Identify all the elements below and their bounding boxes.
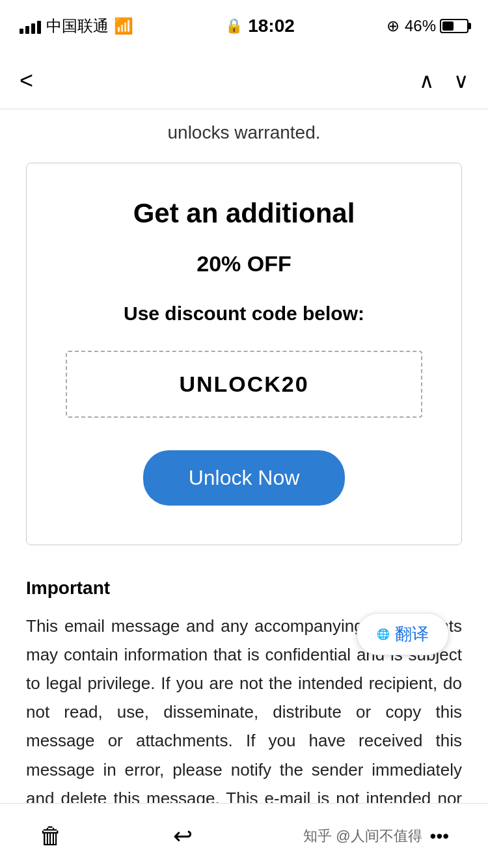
bottom-bar: 🗑 ↩ 知乎 @人间不值得 ••• (0, 803, 488, 868)
translate-label: 翻译 (395, 623, 429, 645)
status-left: 中国联通 📶 (20, 16, 133, 36)
location-icon: ⊕ (386, 17, 400, 35)
signal-icon (20, 18, 41, 34)
status-time: 18:02 (248, 16, 295, 36)
card-subtitle: Use discount code below: (66, 303, 422, 325)
promo-card: Get an additional 20% OFF Use discount c… (26, 163, 462, 545)
translate-bubble[interactable]: 🌐 翻译 (357, 613, 449, 655)
battery-percent: 46% (405, 17, 436, 35)
wifi-icon: 📶 (114, 17, 133, 35)
lock-icon: 🔒 (225, 18, 243, 34)
reply-button[interactable]: ↩ (173, 822, 193, 850)
nav-bar: < ∧ ∨ (0, 52, 488, 109)
status-bar: 中国联通 📶 🔒 18:02 ⊕ 46% (0, 0, 488, 52)
battery-fill (442, 21, 454, 31)
discount-code-box: UNLOCK20 (66, 351, 422, 418)
battery-icon (440, 19, 468, 33)
more-button[interactable]: ••• (430, 826, 449, 847)
bottom-center-icons: ↩ (173, 822, 193, 850)
status-right: ⊕ 46% (386, 17, 468, 35)
content-area: unlocks warranted. Get an additional 20%… (0, 109, 488, 545)
translate-icon: 🌐 (377, 628, 390, 640)
zhihu-label: 知乎 @人间不值得 (303, 826, 422, 846)
bottom-right-group: 知乎 @人间不值得 ••• (303, 826, 449, 847)
carrier-name: 中国联通 (46, 16, 109, 36)
unlock-now-button[interactable]: Unlock Now (143, 450, 346, 506)
battery-container: 46% (405, 17, 468, 35)
status-time-group: 🔒 18:02 (225, 16, 295, 36)
nav-right-icons: ∧ ∨ (419, 68, 468, 93)
back-button[interactable]: < (20, 67, 33, 94)
nav-up-button[interactable]: ∧ (419, 68, 434, 93)
discount-code: UNLOCK20 (179, 372, 308, 396)
important-title: Important (26, 578, 462, 599)
above-card-text: unlocks warranted. (26, 122, 462, 143)
nav-down-button[interactable]: ∨ (454, 68, 468, 93)
delete-button[interactable]: 🗑 (39, 822, 62, 850)
card-discount: 20% OFF (66, 251, 422, 277)
card-title: Get an additional (66, 196, 422, 232)
